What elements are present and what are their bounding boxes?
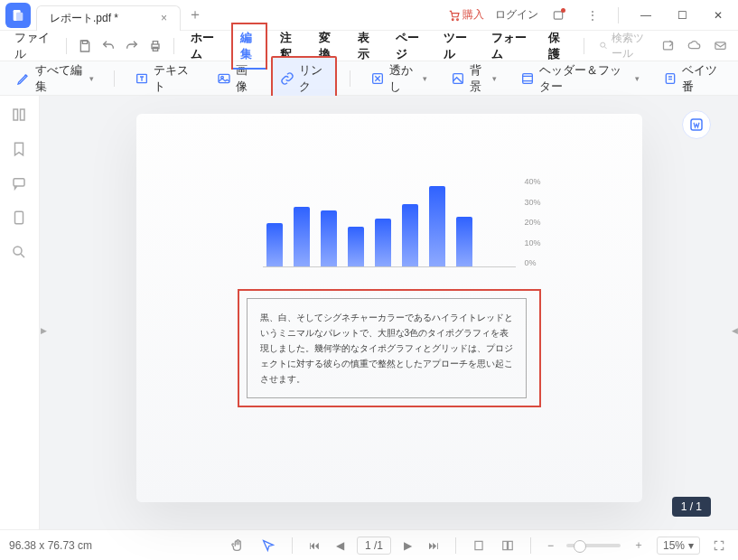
svg-rect-20 xyxy=(14,179,24,186)
app-logo-icon xyxy=(5,3,31,28)
fit-width-icon[interactable] xyxy=(469,537,489,554)
svg-point-3 xyxy=(457,18,459,20)
fit-page-icon[interactable] xyxy=(498,537,518,554)
edit-toolbar: すべて編集 ▾ テキスト 画像 リンク 透かし ▾ 背景 ▾ ヘッダー＆フッター… xyxy=(0,61,738,96)
word-export-button[interactable] xyxy=(682,110,711,139)
chart-bar xyxy=(456,217,472,267)
background-icon xyxy=(451,71,465,86)
chart: 40%30%20%10%0% xyxy=(263,177,516,267)
chevron-down-icon: ▾ xyxy=(89,74,94,83)
attachment-icon[interactable] xyxy=(11,210,29,228)
select-tool-icon[interactable] xyxy=(257,537,279,555)
svg-point-2 xyxy=(452,18,453,20)
menubar: ファイル ホーム 編集 注釈 変換 表示 ページ ツール フォーム 保護 検索ツ… xyxy=(0,31,738,61)
chart-bar xyxy=(348,227,364,267)
pencil-icon xyxy=(16,71,31,86)
comment-icon[interactable] xyxy=(11,175,29,193)
header-footer-icon xyxy=(520,71,535,86)
link-button[interactable]: リンク xyxy=(271,56,338,101)
login-button[interactable]: ログイン xyxy=(495,7,538,23)
svg-rect-12 xyxy=(219,74,229,82)
svg-rect-25 xyxy=(503,541,508,549)
edit-all-button[interactable]: すべて編集 ▾ xyxy=(9,58,101,99)
document-tab[interactable]: レポート.pdf * × xyxy=(36,5,181,31)
paragraph-text: 黒、白、そしてシグネチャーカラーであるハイライトレッドというミニマルなパレットで… xyxy=(260,313,513,384)
watermark-button[interactable]: 透かし ▾ xyxy=(363,58,434,99)
text-icon xyxy=(135,71,149,86)
header-footer-button[interactable]: ヘッダー＆フッター ▾ xyxy=(513,58,647,99)
search-panel-icon[interactable] xyxy=(11,244,29,262)
svg-rect-19 xyxy=(20,109,24,120)
bookmark-icon[interactable] xyxy=(11,141,29,159)
bates-button[interactable]: ベイツ番 xyxy=(656,58,729,99)
chart-bar xyxy=(321,210,337,267)
close-window-button[interactable]: ✕ xyxy=(705,4,731,27)
svg-rect-16 xyxy=(522,73,532,83)
chart-bar xyxy=(429,186,445,267)
chart-bar xyxy=(294,207,310,268)
svg-rect-4 xyxy=(554,11,562,18)
svg-rect-18 xyxy=(14,109,18,120)
page-indicator: 1 / 1 xyxy=(672,497,711,517)
buy-button[interactable]: 購入 xyxy=(448,7,484,23)
maximize-button[interactable]: ☐ xyxy=(669,4,695,27)
undo-icon[interactable] xyxy=(99,37,117,55)
kebab-menu-icon[interactable]: ⋮ xyxy=(582,5,603,26)
zoom-out-icon[interactable]: − xyxy=(544,537,557,554)
print-icon[interactable] xyxy=(146,37,164,55)
work-area: ▶ ◀ 40%30%20%10%0% 黒、白、そしてシグネチャーカラーであるハイ… xyxy=(0,96,738,529)
bates-icon xyxy=(663,71,677,86)
svg-rect-9 xyxy=(664,42,673,50)
link-icon xyxy=(280,71,294,86)
canvas[interactable]: 40%30%20%10%0% 黒、白、そしてシグネチャーカラーであるハイライトレ… xyxy=(40,96,738,529)
chart-bar xyxy=(266,223,283,268)
next-page-icon[interactable]: ▶ xyxy=(400,537,416,554)
status-bar: 96.38 x 76.73 cm ⏮ ◀ 1 /1 ▶ ⏭ − ＋ 15%▾ xyxy=(0,529,738,560)
watermark-icon xyxy=(370,71,385,86)
minimize-button[interactable]: — xyxy=(633,4,659,27)
left-sidebar xyxy=(0,96,40,529)
search-tools[interactable]: 検索ツール xyxy=(599,31,654,61)
svg-rect-24 xyxy=(475,541,482,549)
zoom-slider[interactable] xyxy=(566,544,621,547)
share-icon[interactable] xyxy=(659,37,677,54)
document-tab-title: レポート.pdf * xyxy=(50,11,118,26)
zoom-select[interactable]: 15%▾ xyxy=(657,537,700,555)
chart-bar xyxy=(402,204,418,267)
text-button[interactable]: テキスト xyxy=(127,58,201,99)
close-tab-icon[interactable]: × xyxy=(161,12,167,24)
svg-rect-1 xyxy=(16,12,23,20)
chevron-down-icon: ▾ xyxy=(492,74,497,83)
svg-rect-26 xyxy=(509,541,513,549)
page-input[interactable]: 1 /1 xyxy=(357,537,391,555)
hand-tool-icon[interactable] xyxy=(227,537,248,555)
svg-point-8 xyxy=(601,42,605,47)
mail-icon[interactable] xyxy=(712,37,729,54)
chevron-down-icon: ▾ xyxy=(423,74,427,83)
highlight-frame: 黒、白、そしてシグネチャーカラーであるハイライトレッドというミニマルなパレットで… xyxy=(238,289,541,407)
notification-icon[interactable] xyxy=(549,5,571,26)
fullscreen-icon[interactable] xyxy=(709,537,729,554)
thumbnails-icon[interactable] xyxy=(11,107,29,125)
prev-page-icon[interactable]: ◀ xyxy=(332,537,348,554)
zoom-in-icon[interactable]: ＋ xyxy=(630,536,648,555)
tab-edit[interactable]: 編集 xyxy=(231,23,268,70)
chart-ylabels: 40%30%20%10%0% xyxy=(524,177,540,267)
svg-point-22 xyxy=(14,247,22,255)
new-tab-button[interactable]: ＋ xyxy=(188,5,202,24)
image-icon xyxy=(217,71,231,86)
svg-rect-21 xyxy=(14,211,23,224)
svg-rect-10 xyxy=(715,42,725,50)
save-icon[interactable] xyxy=(76,37,94,55)
svg-rect-5 xyxy=(82,41,87,43)
first-page-icon[interactable]: ⏮ xyxy=(305,537,323,554)
last-page-icon[interactable]: ⏭ xyxy=(425,537,443,554)
redo-icon[interactable] xyxy=(123,37,141,55)
document-page: 40%30%20%10%0% 黒、白、そしてシグネチャーカラーであるハイライトレ… xyxy=(136,114,642,502)
cloud-icon[interactable] xyxy=(686,37,703,54)
background-button[interactable]: 背景 ▾ xyxy=(444,58,504,99)
dimensions-label: 96.38 x 76.73 cm xyxy=(9,539,92,552)
paragraph-box[interactable]: 黒、白、そしてシグネチャーカラーであるハイライトレッドというミニマルなパレットで… xyxy=(247,298,527,398)
chart-bar xyxy=(375,219,391,267)
chevron-down-icon: ▾ xyxy=(635,74,640,83)
